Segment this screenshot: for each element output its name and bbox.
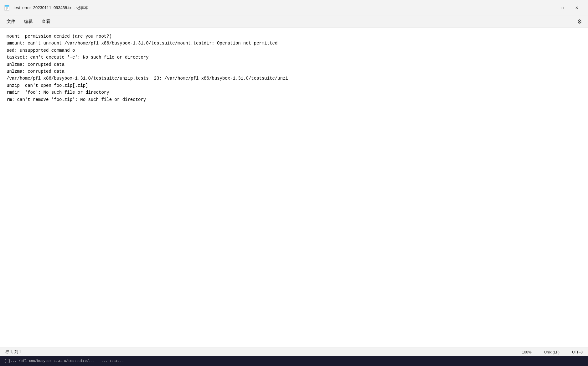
minimize-button[interactable]: ─ <box>541 3 555 13</box>
cursor-position: 行 1, 列 1 <box>5 350 21 354</box>
text-content-area[interactable]: mount: permission denied (are you root?)… <box>0 28 588 348</box>
bottom-strip-text: [ ]... /pfl_x86/busybox-1.31.0/testsuite… <box>4 359 124 363</box>
zoom-level: 100% <box>522 350 532 354</box>
svg-rect-1 <box>5 5 9 7</box>
menu-edit[interactable]: 编辑 <box>20 18 37 26</box>
line-ending: Unix (LF) <box>544 350 560 354</box>
menu-file[interactable]: 文件 <box>3 18 19 26</box>
menu-bar: 文件 编辑 查看 ⚙ <box>0 15 588 28</box>
status-position: 行 1, 列 1 <box>5 349 522 355</box>
maximize-button[interactable]: □ <box>555 3 570 13</box>
menu-items-group: 文件 编辑 查看 <box>3 18 54 26</box>
status-bar: 行 1, 列 1 100% Unix (LF) UTF-8 <box>0 348 588 356</box>
title-bar: test_error_20230111_093438.txt - 记事本 ─ □… <box>0 0 588 15</box>
menu-view[interactable]: 查看 <box>38 18 54 26</box>
window-controls: ─ □ ✕ <box>541 3 584 13</box>
encoding: UTF-8 <box>572 350 583 354</box>
close-button[interactable]: ✕ <box>570 3 584 13</box>
settings-button[interactable]: ⚙ <box>574 16 585 27</box>
status-right-group: 100% Unix (LF) UTF-8 <box>522 350 583 354</box>
window-title: test_error_20230111_093438.txt - 记事本 <box>13 5 541 11</box>
notepad-window: test_error_20230111_093438.txt - 记事本 ─ □… <box>0 0 588 366</box>
notepad-app-icon <box>4 5 10 11</box>
bottom-strip: [ ]... /pfl_x86/busybox-1.31.0/testsuite… <box>0 356 588 366</box>
